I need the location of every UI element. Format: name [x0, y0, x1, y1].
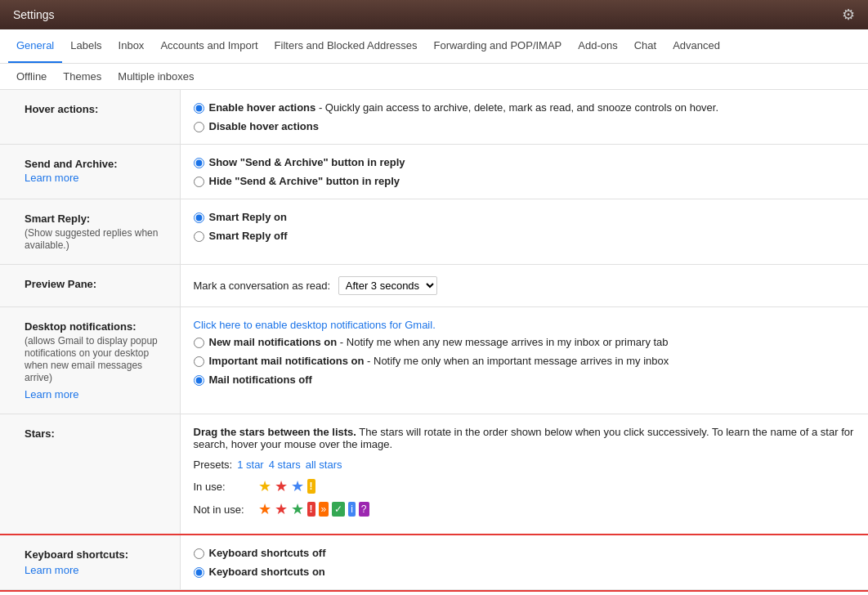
- settings-container: General Labels Inbox Accounts and Import…: [0, 29, 868, 595]
- sr-off-radio[interactable]: [194, 231, 204, 242]
- star-not-in-use-3[interactable]: ★: [291, 500, 304, 518]
- preview-pane-content: Mark a conversation as read: Immediately…: [180, 265, 868, 307]
- stars-row: Stars: Drag the stars between the lists.…: [0, 414, 868, 535]
- sa-show-option: Show "Send & Archive" button in reply: [194, 156, 856, 168]
- ks-on-label[interactable]: Keyboard shortcuts on: [209, 566, 325, 578]
- stars-desc: Drag the stars between the lists. The st…: [194, 426, 856, 450]
- sa-hide-label[interactable]: Hide "Send & Archive" button in reply: [209, 175, 400, 187]
- keyboard-shortcuts-learn-more[interactable]: Learn more: [25, 564, 167, 576]
- sr-off-option: Smart Reply off: [194, 230, 856, 242]
- keyboard-shortcuts-content: Keyboard shortcuts off Keyboard shortcut…: [180, 535, 868, 590]
- tab-forwarding[interactable]: Forwarding and POP/IMAP: [425, 29, 570, 64]
- hover-enable-radio[interactable]: [194, 103, 204, 114]
- preview-pane-label: Preview Pane:: [0, 265, 180, 307]
- notif-off-option: Mail notifications off: [194, 374, 856, 386]
- tab-addons[interactable]: Add-ons: [570, 29, 625, 64]
- ks-off-radio[interactable]: [194, 548, 204, 559]
- star-in-use-1[interactable]: ★: [258, 477, 271, 495]
- tab-advanced[interactable]: Advanced: [664, 29, 728, 64]
- hover-disable-option: Disable hover actions: [194, 120, 856, 132]
- sr-on-option: Smart Reply on: [194, 211, 856, 223]
- sr-off-label[interactable]: Smart Reply off: [209, 230, 288, 242]
- star-not-in-use-5[interactable]: »: [319, 502, 329, 517]
- secondary-tabs: Offline Themes Multiple inboxes: [0, 64, 868, 90]
- tab-labels[interactable]: Labels: [62, 29, 110, 64]
- star-not-in-use-7[interactable]: i: [348, 502, 356, 517]
- smart-reply-label: Smart Reply: (Show suggested replies whe…: [0, 199, 180, 265]
- presets-row: Presets: 1 star 4 stars all stars: [194, 459, 856, 471]
- desktop-notifications-learn-more[interactable]: Learn more: [25, 388, 167, 400]
- send-archive-learn-more[interactable]: Learn more: [25, 172, 78, 184]
- sa-show-label[interactable]: Show "Send & Archive" button in reply: [209, 156, 405, 168]
- star-not-in-use-4[interactable]: !: [307, 502, 315, 517]
- ks-on-option: Keyboard shortcuts on: [194, 566, 856, 578]
- preset-1star[interactable]: 1 star: [237, 459, 264, 471]
- sr-on-radio[interactable]: [194, 212, 204, 223]
- tab-general[interactable]: General: [8, 29, 62, 64]
- hover-enable-option: Enable hover actions - Quickly gain acce…: [194, 101, 856, 114]
- presets-label: Presets:: [194, 459, 233, 471]
- tab-themes[interactable]: Themes: [55, 64, 110, 89]
- app-title: Settings: [13, 8, 55, 21]
- star-not-in-use-1[interactable]: ★: [258, 500, 271, 518]
- notif-important-label[interactable]: Important mail notifications on - Notify…: [209, 355, 669, 367]
- preset-4stars[interactable]: 4 stars: [269, 459, 301, 471]
- settings-table: Hover actions: Enable hover actions - Qu…: [0, 90, 868, 590]
- star-not-in-use-8[interactable]: ?: [359, 502, 369, 517]
- keyboard-shortcuts-row: Keyboard shortcuts: Learn more Keyboard …: [0, 535, 868, 590]
- keyboard-shortcuts-label: Keyboard shortcuts: Learn more: [0, 535, 180, 590]
- star-in-use-2[interactable]: ★: [275, 477, 288, 495]
- title-bar: Settings ⚙: [0, 0, 868, 29]
- ks-off-option: Keyboard shortcuts off: [194, 547, 856, 559]
- ks-on-radio[interactable]: [194, 567, 204, 578]
- sa-hide-option: Hide "Send & Archive" button in reply: [194, 175, 856, 187]
- gear-icon[interactable]: ⚙: [842, 6, 855, 24]
- smart-reply-content: Smart Reply on Smart Reply off: [180, 199, 868, 265]
- notif-new-label[interactable]: New mail notifications on - Notify me wh…: [209, 336, 669, 348]
- hover-actions-content: Enable hover actions - Quickly gain acce…: [180, 90, 868, 145]
- send-archive-row: Send and Archive: Learn more Show "Send …: [0, 145, 868, 199]
- send-archive-content: Show "Send & Archive" button in reply Hi…: [180, 145, 868, 199]
- star-not-in-use-6[interactable]: ✓: [332, 502, 345, 517]
- desktop-notifications-row: Desktop notifications: (allows Gmail to …: [0, 307, 868, 414]
- preview-pane-row: Preview Pane: Mark a conversation as rea…: [0, 265, 868, 307]
- smart-reply-sublabel: (Show suggested replies when available.): [25, 227, 158, 251]
- hover-actions-label: Hover actions:: [0, 90, 180, 145]
- desktop-notifications-sublabel: (allows Gmail to display popup notificat…: [25, 335, 158, 383]
- notif-new-radio[interactable]: [194, 338, 204, 348]
- notif-new-option: New mail notifications on - Notify me wh…: [194, 336, 856, 348]
- mark-read-label: Mark a conversation as read:: [194, 280, 331, 292]
- primary-tabs: General Labels Inbox Accounts and Import…: [0, 29, 868, 64]
- hover-actions-row: Hover actions: Enable hover actions - Qu…: [0, 90, 868, 145]
- hover-enable-label[interactable]: Enable hover actions - Quickly gain acce…: [209, 101, 719, 114]
- tab-inbox[interactable]: Inbox: [110, 29, 153, 64]
- tab-multiple-inboxes[interactable]: Multiple inboxes: [110, 64, 202, 89]
- tab-chat[interactable]: Chat: [626, 29, 664, 64]
- notif-off-radio[interactable]: [194, 375, 204, 386]
- notif-off-label[interactable]: Mail notifications off: [209, 374, 312, 386]
- ks-off-label[interactable]: Keyboard shortcuts off: [209, 547, 326, 559]
- desktop-notif-enable-link[interactable]: Click here to enable desktop notificatio…: [194, 319, 856, 331]
- tab-accounts-import[interactable]: Accounts and Import: [152, 29, 266, 64]
- sr-on-label[interactable]: Smart Reply on: [209, 211, 287, 223]
- tab-filters[interactable]: Filters and Blocked Addresses: [266, 29, 426, 64]
- not-in-use-label: Not in use:: [194, 503, 255, 516]
- in-use-label: In use:: [194, 481, 255, 493]
- stars-not-in-use-row: Not in use: ★ ★ ★ ! » ✓ i ?: [194, 500, 856, 518]
- hover-disable-radio[interactable]: [194, 122, 204, 132]
- send-archive-label: Send and Archive: Learn more: [0, 145, 180, 199]
- sa-show-radio[interactable]: [194, 158, 204, 168]
- star-not-in-use-2[interactable]: ★: [275, 500, 288, 518]
- notif-important-radio[interactable]: [194, 356, 204, 367]
- stars-content: Drag the stars between the lists. The st…: [180, 414, 868, 535]
- hover-disable-label[interactable]: Disable hover actions: [209, 120, 319, 132]
- stars-in-use-row: In use: ★ ★ ★ !: [194, 477, 856, 495]
- tab-offline[interactable]: Offline: [8, 64, 55, 89]
- preset-allstars[interactable]: all stars: [306, 459, 342, 471]
- desktop-notifications-content: Click here to enable desktop notificatio…: [180, 307, 868, 414]
- star-in-use-4[interactable]: !: [307, 479, 315, 494]
- mark-read-select[interactable]: Immediately After 1 second After 3 secon…: [338, 276, 437, 295]
- desktop-notifications-label: Desktop notifications: (allows Gmail to …: [0, 307, 180, 414]
- sa-hide-radio[interactable]: [194, 177, 204, 187]
- star-in-use-3[interactable]: ★: [291, 477, 304, 495]
